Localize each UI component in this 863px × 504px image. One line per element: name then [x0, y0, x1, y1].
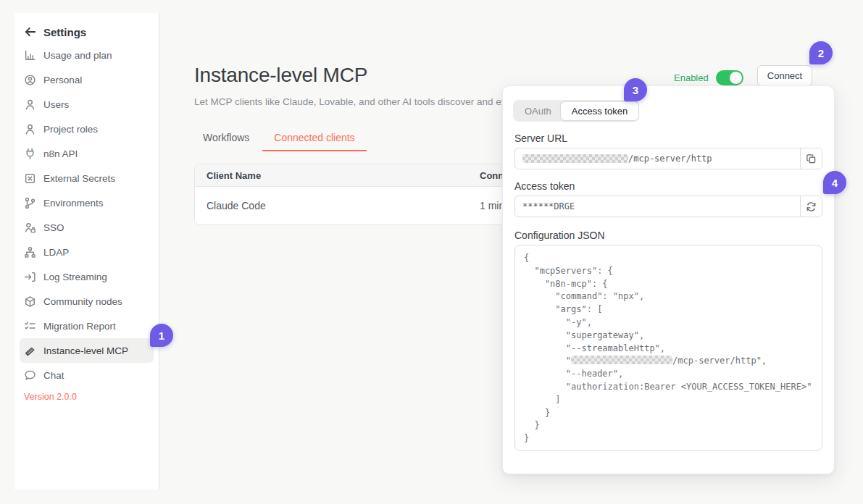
- code-line: "mcpServers": {: [524, 265, 813, 278]
- code-line: "command": "npx",: [524, 290, 813, 303]
- column-header: Client Name: [195, 170, 468, 181]
- sidebar-item-users[interactable]: Users: [20, 92, 154, 117]
- sidebar-item-environments[interactable]: Environments: [20, 190, 154, 215]
- auth-tab-access-token[interactable]: Access token: [560, 101, 639, 121]
- connect-popover: OAuthAccess token Server URL /mcp-server…: [502, 85, 835, 474]
- code-line: "args": [: [524, 303, 813, 316]
- code-line: "authorization:Bearer <YOUR_ACCESS_TOKEN…: [524, 381, 813, 394]
- sidebar-menu: Usage and planPersonalUsersProject roles…: [14, 43, 159, 387]
- server-url-label: Server URL: [514, 133, 567, 144]
- tab-connected-clients[interactable]: Connected clients: [262, 127, 366, 151]
- chat-bubble-icon: [24, 369, 36, 382]
- code-line: "-y",: [524, 316, 813, 329]
- annotation-badge-2: 2: [809, 41, 833, 64]
- user-lock-icon: [24, 222, 36, 234]
- copy-icon: [806, 154, 817, 164]
- toggle-knob: [730, 72, 742, 84]
- sidebar-item-n8n-api[interactable]: n8n API: [20, 141, 154, 166]
- redacted-blur: [571, 356, 672, 364]
- sidebar-item-label: Migration Report: [43, 321, 116, 332]
- tab-workflows[interactable]: Workflows: [191, 127, 261, 151]
- mcp-enabled-toggle[interactable]: [716, 70, 743, 85]
- access-token-label: Access token: [514, 180, 575, 192]
- code-line: "supergateway",: [524, 329, 813, 343]
- sidebar-item-project-roles[interactable]: Project roles: [20, 117, 154, 141]
- annotation-badge-4: 4: [823, 171, 846, 194]
- configuration-json-label: Configuration JSON: [514, 230, 605, 241]
- sidebar-item-sso[interactable]: SSO: [20, 215, 154, 240]
- page-title: Instance-level MCP: [194, 64, 367, 87]
- x-square-icon: [24, 172, 36, 185]
- sidebar-item-label: Environments: [43, 198, 104, 209]
- auth-method-tabs: OAuthAccess token: [513, 100, 639, 122]
- cell-client-name: Claude Code: [195, 200, 468, 211]
- copy-button[interactable]: [800, 148, 822, 169]
- sidebar-item-label: n8n API: [43, 148, 78, 159]
- regenerate-token-button[interactable]: [800, 196, 822, 217]
- sidebar-item-label: Instance-level MCP: [43, 345, 128, 356]
- main-tabs: WorkflowsConnected clients: [191, 127, 367, 151]
- code-line: }: [524, 419, 813, 432]
- log-in-icon: [24, 271, 36, 283]
- hierarchy-icon: [24, 246, 36, 259]
- annotation-badge-1: 1: [150, 324, 173, 347]
- settings-sidebar: Settings Usage and planPersonalUsersProj…: [14, 13, 159, 490]
- plug-icon: [24, 148, 36, 160]
- version-label: Version 2.0.0: [24, 392, 159, 402]
- server-url-input[interactable]: /mcp-server/http: [515, 148, 800, 169]
- sidebar-title: Settings: [43, 26, 86, 38]
- code-line: {: [524, 252, 813, 265]
- sidebar-item-label: Personal: [43, 75, 82, 85]
- auth-tab-oauth[interactable]: OAuth: [514, 103, 562, 119]
- user-icon: [24, 98, 36, 111]
- sidebar-item-label: Users: [43, 99, 69, 110]
- access-token-field: ******DRGE: [514, 196, 822, 217]
- sidebar-item-label: SSO: [43, 222, 64, 233]
- code-line: ]: [524, 394, 813, 407]
- sidebar-item-label: Usage and plan: [43, 50, 112, 61]
- package-icon: [24, 295, 36, 308]
- sidebar-item-instance-level-mcp[interactable]: Instance-level MCP: [20, 338, 154, 363]
- sidebar-item-migration-report[interactable]: Migration Report: [20, 314, 154, 338]
- refresh-icon: [806, 201, 817, 212]
- sidebar-item-label: Community nodes: [43, 296, 122, 307]
- bar-chart-icon: [24, 49, 36, 62]
- redacted-blur: [522, 154, 628, 163]
- sidebar-item-usage-and-plan[interactable]: Usage and plan: [20, 43, 154, 67]
- enabled-label: Enabled: [674, 72, 709, 83]
- server-url-field: /mcp-server/http: [514, 148, 822, 169]
- git-branch-icon: [24, 197, 36, 209]
- user-icon: [24, 123, 36, 135]
- code-line: "n8n-mcp": {: [524, 278, 813, 291]
- checklist-icon: [24, 320, 36, 332]
- code-line: "--streamableHttp",: [524, 343, 813, 356]
- sidebar-item-ldap[interactable]: LDAP: [20, 240, 154, 264]
- sidebar-header: Settings: [14, 13, 159, 42]
- back-arrow-icon[interactable]: [24, 25, 37, 38]
- sidebar-item-label: Log Streaming: [43, 272, 107, 282]
- sidebar-item-personal[interactable]: Personal: [20, 67, 154, 92]
- sidebar-item-log-streaming[interactable]: Log Streaming: [20, 264, 154, 289]
- sidebar-item-label: External Secrets: [43, 173, 115, 184]
- annotation-badge-3: 3: [624, 78, 647, 101]
- code-line: "--header",: [524, 368, 813, 381]
- sidebar-item-label: Chat: [43, 370, 64, 381]
- sidebar-item-label: LDAP: [43, 247, 69, 258]
- code-line: "/mcp-server/http",: [524, 355, 813, 368]
- user-circle-icon: [24, 74, 36, 86]
- sidebar-item-label: Project roles: [43, 124, 98, 135]
- sidebar-item-chat[interactable]: Chat: [20, 363, 154, 387]
- access-token-input[interactable]: ******DRGE: [515, 196, 800, 217]
- layers-icon: [24, 345, 36, 357]
- code-line: }: [524, 432, 813, 445]
- code-line: }: [524, 407, 813, 420]
- configuration-json-code[interactable]: { "mcpServers": { "n8n-mcp": { "command"…: [514, 245, 822, 451]
- connect-button[interactable]: Connect: [757, 65, 812, 86]
- sidebar-item-external-secrets[interactable]: External Secrets: [20, 166, 154, 190]
- sidebar-item-community-nodes[interactable]: Community nodes: [20, 289, 154, 314]
